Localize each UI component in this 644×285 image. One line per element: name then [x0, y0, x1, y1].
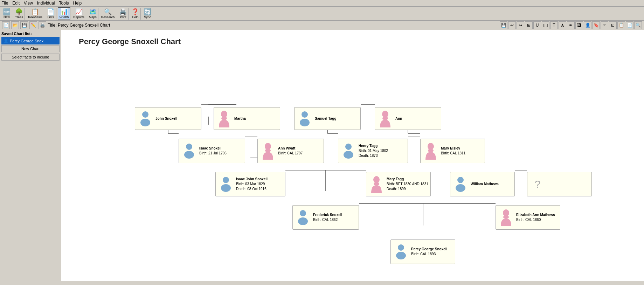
person-box-william_mathews[interactable]: William Mathews	[450, 172, 515, 196]
person-box-martha[interactable]: Martha	[214, 107, 280, 130]
tool-trees[interactable]: 🌳 Trees	[14, 8, 25, 20]
svg-text:?: ?	[535, 178, 541, 190]
svg-point-25	[140, 119, 150, 126]
tool-lists[interactable]: 📄 Lists	[46, 8, 56, 20]
tool-maps[interactable]: 🗺️ Maps	[88, 8, 98, 20]
person-box-ann_wyatt[interactable]: Ann WyattBirth: CAL 1797	[257, 139, 324, 163]
tb2-image[interactable]: 🖼	[575, 21, 583, 29]
tb2-text[interactable]: T	[550, 21, 558, 29]
menubar: File Edit View Individual Tools Help	[0, 0, 644, 7]
person-box-isaac_snoxell[interactable]: Isaac SnoxellBirth: 21 Jul 1796	[179, 139, 245, 163]
title-label: Title: Percy George Snoxell Chart	[48, 23, 110, 28]
person-info-martha: Martha	[234, 116, 246, 121]
tb2-grid[interactable]: ⊞	[525, 21, 533, 29]
tb2-bookmark[interactable]: 🔖	[592, 21, 600, 29]
svg-point-36	[345, 144, 352, 150]
main: Saved Chart list: 👤 Percy George Snox...…	[0, 30, 644, 281]
menu-tools[interactable]: Tools	[59, 1, 69, 6]
svg-point-40	[223, 177, 229, 183]
tb2-pen[interactable]: ✒	[567, 21, 575, 29]
person-avatar-samuel_tagg	[296, 110, 313, 127]
person-info-samuel_tagg: Samuel Tagg	[315, 116, 337, 121]
menu-view[interactable]: View	[24, 1, 33, 6]
person-avatar-john_snoxell	[137, 110, 154, 127]
person-avatar-ann_wyatt	[259, 142, 277, 160]
svg-point-29	[300, 119, 310, 126]
person-box-henry_tagg[interactable]: Henry TaggBirth: 01 May 1802Death: 1873	[338, 139, 408, 163]
person-info-isaac_snoxell: Isaac SnoxellBirth: 21 Jul 1796	[199, 146, 227, 156]
tool-print[interactable]: 🖨️ Print	[118, 8, 129, 20]
saved-chart-icon: 👤	[4, 39, 8, 43]
saved-chart-item[interactable]: 👤 Percy George Snox...	[1, 37, 60, 44]
person-avatar-percy_george_snoxell	[392, 243, 410, 260]
person-box-unknown[interactable]: ?	[527, 172, 592, 196]
svg-point-52	[396, 252, 406, 259]
new-chart-button[interactable]: New Chart	[1, 45, 60, 52]
chart-area[interactable]: Percy George Snoxell Chart	[61, 30, 644, 281]
tool-charts[interactable]: 📊 Charts	[58, 7, 71, 20]
person-box-isaac_john_snoxell[interactable]: Isaac John SnoxellBirth: 03 Mar 1829Deat…	[215, 172, 285, 196]
svg-point-31	[382, 117, 388, 120]
tb2-save[interactable]: 💾	[20, 21, 28, 29]
person-info-frederick_snoxell: Frederick SnoxellBirth: CAL 1862	[313, 213, 342, 222]
person-info-elizabeth_ann_mathews: Elizabeth Ann MathewsBirth: CAL 1860	[516, 213, 555, 222]
tool-sync[interactable]: 🔄 Sync	[142, 8, 153, 20]
tb2-touch[interactable]: ☞	[601, 21, 608, 29]
tool-reports[interactable]: 📈 Reports	[72, 8, 86, 20]
person-avatar-isaac_snoxell	[180, 142, 198, 160]
tb2-redo[interactable]: ↪	[517, 21, 524, 29]
person-box-mary_tagg[interactable]: Mary TaggBirth: BET 1830 AND 1831Death: …	[366, 172, 431, 196]
person-info-mary_elsley: Mary ElsleyBirth: CAL 1811	[441, 146, 465, 156]
tool-research[interactable]: 🔍 Research	[100, 8, 117, 20]
select-facts-button[interactable]: Select facts to include	[1, 54, 60, 61]
tb2-expand[interactable]: ⊡	[609, 21, 617, 29]
menu-individual[interactable]: Individual	[37, 1, 55, 6]
tb2-save2[interactable]: 💾	[500, 21, 507, 29]
person-box-frederick_snoxell[interactable]: Frederick SnoxellBirth: CAL 1862	[292, 205, 359, 230]
person-avatar-mary_elsley	[422, 142, 439, 160]
svg-point-39	[428, 149, 434, 152]
tb2-col[interactable]: U	[533, 21, 541, 29]
person-avatar-frederick_snoxell	[294, 209, 312, 226]
svg-point-51	[398, 244, 404, 251]
person-avatar-mary_tagg	[368, 175, 385, 193]
svg-point-27	[221, 117, 227, 120]
tb2-split[interactable]: ▯▯	[542, 21, 549, 29]
tool-new[interactable]: 🆕 New	[1, 8, 12, 20]
person-box-john_snoxell[interactable]: John Snoxell	[135, 107, 201, 130]
person-info-ann: Ann	[395, 116, 402, 121]
tb2-new[interactable]: 📄	[2, 21, 10, 29]
svg-point-33	[184, 151, 194, 159]
svg-point-35	[265, 149, 271, 152]
person-box-ann[interactable]: Ann	[375, 107, 441, 130]
tool-treeviews[interactable]: 📋 TreeViews	[26, 8, 44, 20]
person-box-elizabeth_ann_mathews[interactable]: Elizabeth Ann MathewsBirth: CAL 1860	[496, 205, 560, 230]
person-info-percy_george_snoxell: Percy George SnoxellBirth: CAL 1893	[411, 247, 447, 257]
svg-point-50	[503, 215, 509, 219]
person-box-percy_george_snoxell[interactable]: Percy George SnoxellBirth: CAL 1893	[390, 239, 455, 264]
person-avatar-elizabeth_ann_mathews	[497, 209, 515, 226]
person-avatar-william_mathews	[452, 175, 469, 193]
tb2-text2[interactable]: 𝐀	[559, 21, 566, 29]
tb2-zoom[interactable]: 🔍	[634, 21, 642, 29]
svg-point-24	[142, 111, 148, 118]
person-box-samuel_tagg[interactable]: Samuel Tagg	[294, 107, 361, 130]
toolbar2-right: 💾 ↩ ↪ ⊞ U ▯▯ T 𝐀 ✒ 🖼 👤 🔖 ☞ ⊡ 📋 📄 🔍	[500, 21, 642, 29]
tb2-person[interactable]: 👤	[584, 21, 591, 29]
svg-point-32	[186, 144, 192, 150]
person-avatar-henry_tagg	[340, 142, 357, 160]
tb2-docx[interactable]: 📄	[626, 21, 633, 29]
svg-point-45	[456, 184, 465, 192]
tb2-print[interactable]: 🖨️	[39, 21, 46, 29]
menu-file[interactable]: File	[1, 1, 8, 6]
tb2-open[interactable]: 📂	[11, 21, 19, 29]
svg-point-43	[374, 182, 379, 186]
menu-help[interactable]: Help	[73, 1, 82, 6]
svg-point-37	[344, 151, 353, 159]
menu-edit[interactable]: Edit	[12, 1, 20, 6]
tb2-undo[interactable]: ↩	[508, 21, 516, 29]
person-box-mary_elsley[interactable]: Mary ElsleyBirth: CAL 1811	[420, 139, 485, 163]
tool-help[interactable]: ❓ Help	[130, 8, 141, 20]
tb2-doc[interactable]: 📋	[617, 21, 625, 29]
tb2-edit[interactable]: ✏️	[29, 21, 37, 29]
